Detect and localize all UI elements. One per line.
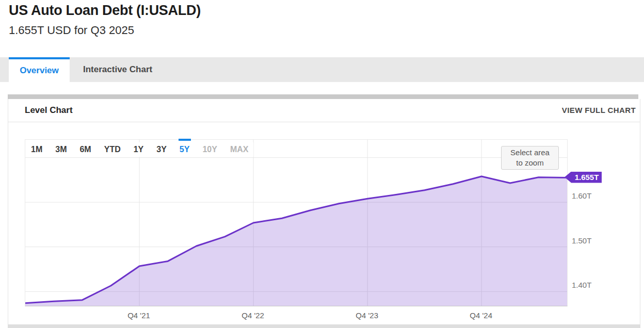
page-subtitle: 1.655T USD for Q3 2025 (9, 24, 134, 37)
tab-interactive-chart-label: Interactive Chart (83, 64, 152, 75)
tab-overview[interactable]: Overview (9, 57, 70, 82)
zoom-hint-line2: to zoom (502, 158, 558, 168)
range-option-3m[interactable]: 3M (55, 142, 67, 157)
range-option-10y[interactable]: 10Y (202, 142, 217, 157)
range-option-3y[interactable]: 3Y (156, 142, 167, 157)
plot-area[interactable] (25, 139, 568, 306)
x-axis-label: Q4 '22 (232, 311, 273, 320)
card-bottom-strip (8, 324, 640, 328)
y-axis-label: 1.60T (572, 191, 591, 200)
tab-interactive-chart[interactable]: Interactive Chart (70, 57, 166, 82)
area-fill (25, 176, 567, 306)
tab-overview-label: Overview (20, 65, 59, 76)
x-axis-label: Q4 '23 (346, 311, 388, 320)
range-option-ytd[interactable]: YTD (104, 142, 121, 157)
range-selector: 1M3M6MYTD1Y3Y5Y10YMAX (29, 142, 253, 157)
card-header-divider (8, 122, 640, 122)
view-full-chart-link[interactable]: VIEW FULL CHART (562, 106, 636, 114)
level-chart-svg[interactable] (25, 140, 567, 306)
x-axis-label: Q4 '24 (460, 311, 502, 320)
range-option-6m[interactable]: 6M (79, 142, 91, 157)
range-option-max[interactable]: MAX (230, 142, 249, 157)
tab-bar: Overview Interactive Chart (0, 57, 644, 82)
page-title: US Auto Loan Debt (I:USALD) (9, 3, 201, 19)
range-option-5y[interactable]: 5Y (180, 142, 190, 157)
last-value-badge: 1.655T (565, 172, 602, 183)
y-axis-label: 1.50T (572, 236, 591, 245)
x-axis-label: Q4 '21 (118, 311, 159, 320)
select-area-to-zoom-hint: Select area to zoom (501, 146, 559, 170)
range-option-1m[interactable]: 1M (31, 142, 42, 157)
zoom-hint-line1: Select area (502, 147, 558, 158)
y-axis-label: 1.40T (572, 281, 591, 289)
card-top-strip (8, 94, 638, 99)
card-title: Level Chart (25, 105, 73, 116)
range-option-1y[interactable]: 1Y (134, 142, 144, 157)
page: US Auto Loan Debt (I:USALD) 1.655T USD f… (0, 0, 644, 328)
